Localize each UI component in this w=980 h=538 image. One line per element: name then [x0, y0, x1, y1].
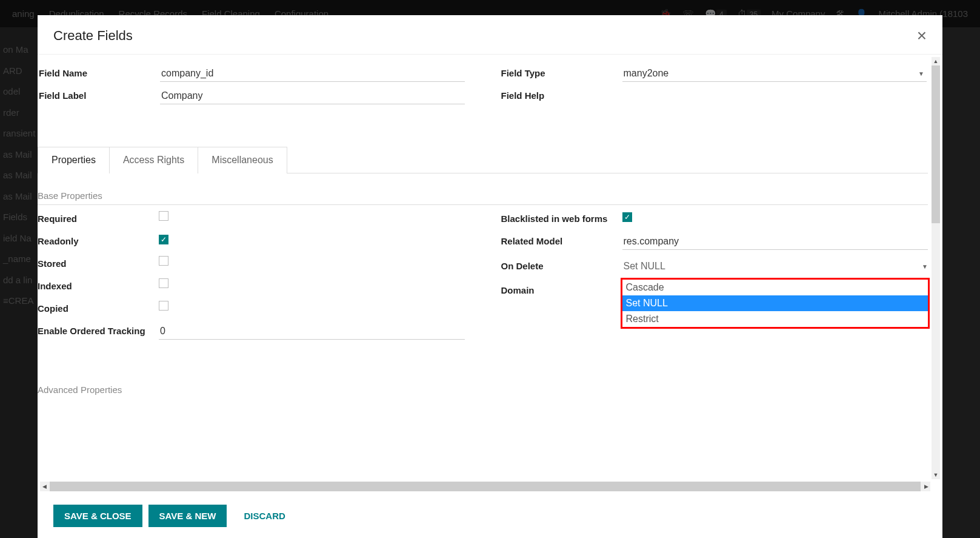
chevron-down-icon: ▼: [918, 70, 924, 77]
scroll-left-icon[interactable]: ◀: [40, 482, 48, 491]
blacklisted-label: Blacklisted in web forms: [501, 211, 622, 225]
chevron-down-icon: ▼: [922, 263, 928, 270]
readonly-checkbox[interactable]: [159, 235, 168, 244]
discard-button[interactable]: DISCARD: [233, 505, 296, 527]
blacklisted-checkbox[interactable]: [622, 212, 632, 222]
scroll-right-icon[interactable]: ▶: [922, 482, 930, 491]
save-close-button[interactable]: SAVE & CLOSE: [53, 505, 142, 527]
readonly-label: Readonly: [38, 234, 159, 247]
required-label: Required: [38, 211, 159, 225]
stored-label: Stored: [38, 256, 159, 270]
scroll-down-icon[interactable]: ▼: [932, 471, 940, 479]
section-advanced-properties: Advanced Properties: [38, 385, 928, 395]
related-model-label: Related Model: [501, 234, 622, 247]
section-base-properties: Base Properties: [38, 190, 928, 205]
field-name-input[interactable]: [160, 66, 465, 82]
tracking-input[interactable]: [159, 323, 465, 340]
tab-miscellaneous[interactable]: Miscellaneous: [198, 147, 287, 173]
stored-checkbox[interactable]: [159, 256, 168, 266]
horizontal-scrollbar[interactable]: ◀ ▶: [40, 482, 930, 491]
domain-label: Domain: [501, 283, 622, 297]
field-label-label: Field Label: [39, 88, 160, 101]
field-help-label: Field Help: [501, 88, 622, 101]
tracking-label: Enable Ordered Tracking: [38, 323, 159, 337]
modal-title: Create Fields: [53, 28, 133, 44]
create-fields-modal: Create Fields × Field Name Field Label: [38, 15, 942, 538]
indexed-label: Indexed: [38, 278, 159, 292]
indexed-checkbox[interactable]: [159, 278, 168, 288]
field-name-label: Field Name: [39, 66, 160, 78]
on-delete-dropdown: Cascade Set NULL Restrict: [621, 278, 930, 329]
scroll-thumb[interactable]: [50, 482, 921, 491]
related-model-input[interactable]: res.company: [622, 234, 928, 250]
on-delete-label: On Delete: [501, 258, 622, 272]
close-icon[interactable]: ×: [917, 27, 927, 44]
on-delete-select[interactable]: Set NULL: [622, 258, 922, 274]
copied-checkbox[interactable]: [159, 301, 168, 311]
required-checkbox[interactable]: [159, 211, 168, 221]
save-new-button[interactable]: SAVE & NEW: [148, 505, 227, 527]
field-type-label: Field Type: [501, 66, 622, 78]
tabs: Properties Access Rights Miscellaneous: [38, 147, 928, 173]
dropdown-option-set-null[interactable]: Set NULL: [622, 295, 928, 311]
dropdown-option-cascade[interactable]: Cascade: [622, 280, 928, 295]
field-type-select[interactable]: many2one ▼: [622, 66, 927, 82]
scroll-thumb[interactable]: [932, 66, 940, 223]
tab-properties[interactable]: Properties: [38, 147, 110, 173]
vertical-scrollbar[interactable]: ▲ ▼: [932, 57, 940, 479]
field-label-input[interactable]: [160, 88, 465, 104]
tab-access-rights[interactable]: Access Rights: [109, 147, 198, 173]
copied-label: Copied: [38, 301, 159, 315]
dropdown-option-restrict[interactable]: Restrict: [622, 311, 928, 327]
scroll-up-icon[interactable]: ▲: [932, 57, 940, 66]
